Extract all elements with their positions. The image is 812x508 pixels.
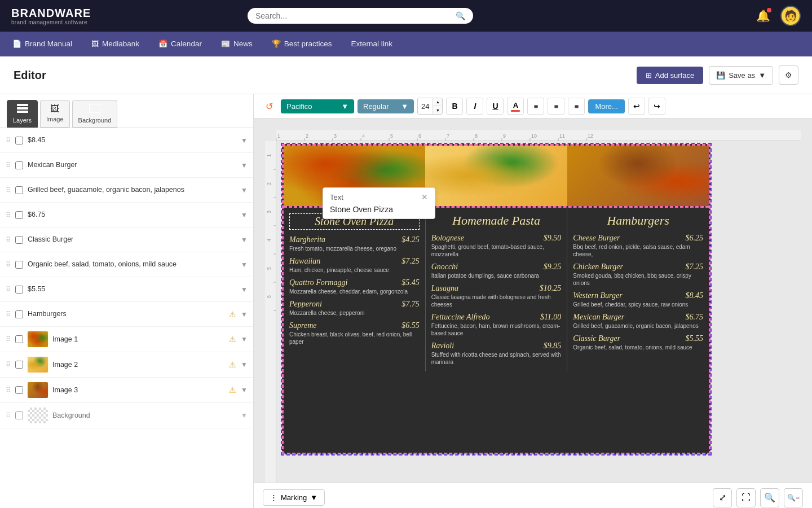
layer-dropdown-icon[interactable]: ▼: [241, 261, 248, 269]
marking-dropdown-icon: ▼: [310, 493, 317, 502]
align-right-button[interactable]: ≡: [568, 98, 585, 115]
layer-label: Image 2: [52, 360, 224, 369]
refresh-button[interactable]: ↺: [261, 98, 277, 115]
tab-image[interactable]: 🖼 Image: [40, 100, 70, 128]
menu-item-lasagna: Lasagna$10.25: [431, 284, 562, 293]
search-icon: 🔍: [456, 11, 465, 20]
tab-layers[interactable]: Layers: [7, 100, 38, 128]
italic-button[interactable]: I: [466, 98, 483, 115]
svg-rect-3: [89, 104, 100, 113]
bottom-bar: ⋮ Marking ▼ ⤢ ⛶ 🔍 🔍−: [254, 483, 812, 508]
layer-label: Organic beef, salad, tomato, onions, mil…: [28, 260, 236, 269]
layer-item[interactable]: ⠿ $6.75 ▼: [0, 203, 253, 227]
font-size-control: 24 ▲ ▼: [417, 98, 443, 115]
layer-dropdown-icon[interactable]: ▼: [241, 137, 248, 144]
layer-checkbox[interactable]: [15, 236, 23, 244]
layer-dropdown-icon[interactable]: ▼: [241, 361, 248, 369]
text-color-button[interactable]: A: [507, 98, 524, 115]
layer-dropdown-icon[interactable]: ▼: [241, 310, 248, 318]
layer-item[interactable]: ⠿ Image 1 ⚠ ▼: [0, 327, 253, 352]
underline-button[interactable]: U: [487, 98, 504, 115]
marking-button[interactable]: ⋮ Marking ▼: [263, 489, 325, 506]
drag-handle-icon: ⠿: [6, 211, 11, 219]
layer-item-background[interactable]: ⠿ Background ▼: [0, 403, 253, 428]
layer-item[interactable]: ⠿ $8.45 ▼: [0, 128, 253, 153]
layer-thumbnail: [28, 382, 48, 398]
align-center-button[interactable]: ≡: [548, 98, 564, 115]
layer-checkbox[interactable]: [15, 411, 23, 419]
layer-checkbox[interactable]: [15, 386, 23, 394]
save-as-icon: 💾: [716, 71, 725, 80]
fit-screen-button[interactable]: ⤢: [713, 488, 732, 507]
add-surface-button[interactable]: ⊞ Add surface: [637, 67, 703, 84]
layer-checkbox[interactable]: [15, 310, 23, 318]
layer-item[interactable]: ⠿ Grilled beef, guacamole, organic bacon…: [0, 178, 253, 203]
fullscreen-button[interactable]: ⛶: [736, 488, 756, 507]
nav-item-external-link[interactable]: External link: [350, 37, 394, 51]
font-size-up-button[interactable]: ▲: [433, 98, 442, 106]
layer-dropdown-icon[interactable]: ▼: [241, 335, 248, 343]
drag-handle-icon: ⠿: [6, 310, 11, 318]
tooltip-value: Stone Oven Pizza: [330, 205, 428, 214]
layer-checkbox[interactable]: [15, 361, 23, 369]
layer-checkbox[interactable]: [15, 186, 23, 194]
align-left-button[interactable]: ≡: [527, 98, 544, 115]
bold-button[interactable]: B: [446, 98, 463, 115]
layer-dropdown-icon[interactable]: ▼: [241, 186, 248, 194]
layer-dropdown-icon[interactable]: ▼: [241, 386, 248, 394]
redo-button[interactable]: ↪: [648, 98, 665, 115]
nav-item-mediabank[interactable]: 🖼 Mediabank: [90, 37, 140, 51]
layer-dropdown-icon[interactable]: ▼: [241, 286, 248, 294]
zoom-out-button[interactable]: 🔍−: [784, 488, 803, 507]
layer-checkbox[interactable]: [15, 335, 23, 343]
weight-select[interactable]: Regular ▼: [358, 99, 414, 113]
layer-dropdown-icon[interactable]: ▼: [241, 161, 248, 169]
zoom-out-icon: 🔍−: [787, 494, 800, 502]
layer-checkbox[interactable]: [15, 137, 23, 144]
nav-label-external-link: External link: [351, 40, 392, 48]
layer-dropdown-icon[interactable]: ▼: [241, 411, 248, 419]
nav-item-news[interactable]: 📰 News: [220, 37, 254, 51]
layer-item[interactable]: ⠿ Hamburgers ⚠ ▼: [0, 302, 253, 327]
user-avatar[interactable]: 🧑: [780, 6, 801, 26]
svg-text:6: 6: [418, 133, 421, 139]
news-icon: 📰: [221, 40, 230, 48]
tooltip-close-button[interactable]: ✕: [421, 192, 428, 202]
underline-label: U: [492, 102, 498, 111]
nav-item-best-practices[interactable]: 🏆 Best practices: [271, 37, 333, 51]
layer-item[interactable]: ⠿ Classic Burger ▼: [0, 227, 253, 252]
undo-button[interactable]: ↩: [628, 98, 645, 115]
menu-item-gnocchi: Gnocchi$9.25: [431, 262, 562, 271]
svg-text:4: 4: [266, 239, 272, 242]
layer-item[interactable]: ⠿ $5.55 ▼: [0, 277, 253, 302]
svg-rect-2: [17, 111, 28, 113]
layer-item[interactable]: ⠿ Image 3 ⚠ ▼: [0, 378, 253, 403]
nav-item-calendar[interactable]: 📅 Calendar: [157, 37, 203, 51]
layer-checkbox[interactable]: [15, 211, 23, 219]
more-button[interactable]: More...: [588, 99, 624, 113]
save-as-button[interactable]: 💾 Save as ▼: [709, 66, 773, 85]
tooltip-title: Text: [330, 193, 343, 202]
nav-item-brand-manual[interactable]: 📄 Brand Manual: [11, 37, 73, 51]
search-input[interactable]: [255, 11, 451, 20]
layer-checkbox[interactable]: [15, 161, 23, 169]
canvas-wrapper[interactable]: 1 2 3 4 5 6 7 8 9 10 11 12: [254, 119, 812, 483]
layer-item[interactable]: ⠿ Mexican Burger ▼: [0, 153, 253, 178]
tab-background[interactable]: Background: [72, 100, 118, 128]
settings-button[interactable]: ⚙: [779, 65, 798, 85]
layer-item[interactable]: ⠿ Image 2 ⚠ ▼: [0, 352, 253, 378]
font-size-down-button[interactable]: ▼: [433, 106, 442, 115]
zoom-in-button[interactable]: 🔍: [760, 488, 779, 507]
layer-dropdown-icon[interactable]: ▼: [241, 236, 248, 244]
layer-checkbox[interactable]: [15, 286, 23, 294]
redo-icon: ↪: [654, 102, 660, 111]
notification-button[interactable]: 🔔: [754, 7, 773, 25]
layer-item[interactable]: ⠿ Organic beef, salad, tomato, onions, m…: [0, 252, 253, 277]
layer-checkbox[interactable]: [15, 261, 23, 269]
svg-text:1: 1: [266, 154, 272, 157]
marking-dots-icon: ⋮: [270, 493, 277, 502]
font-select[interactable]: Pacifico ▼: [281, 99, 354, 113]
svg-text:3: 3: [266, 211, 272, 213]
layer-dropdown-icon[interactable]: ▼: [241, 211, 248, 219]
svg-text:1: 1: [277, 133, 280, 139]
